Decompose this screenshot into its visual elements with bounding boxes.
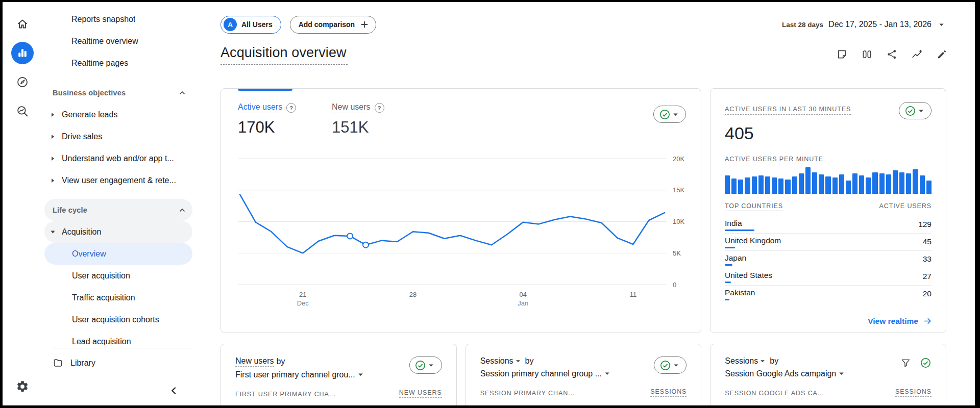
country-name: United Kingdom [725,236,781,245]
sidebar-item-library[interactable]: Library [44,352,192,374]
analytics-app-window: Reports snapshot Realtime overview Realt… [3,2,975,405]
sidebar-item-drive-sales[interactable]: Drive sales [44,125,192,147]
settings-button[interactable] [11,375,34,398]
explore-nav-button[interactable] [11,71,34,93]
insights-icon [911,48,923,60]
insights-button[interactable] [911,48,923,60]
advertising-nav-button[interactable] [11,100,34,122]
report-card-title-block[interactable]: Sessions by Session primary channel grou… [480,356,612,378]
metric-tab-active-users[interactable]: Active users 170K [238,103,332,137]
chart-status-dropdown[interactable] [653,106,686,123]
dimension-label: Session primary channel group ... [480,369,602,378]
metric-tab-new-users[interactable]: New users 151K [332,103,426,137]
per-minute-bar [738,180,743,194]
sidebar-item-overview[interactable]: Overview [44,243,192,265]
expand-arrow-icon [51,230,56,234]
per-minute-bar [920,175,925,194]
sidebar-item-label: Realtime overview [71,37,138,46]
sidebar-item-lead-acquisition[interactable]: Lead acquisition [44,330,192,345]
sidebar-item-label: User acquisition cohorts [72,315,159,324]
country-name: Japan [725,253,746,263]
home-icon [16,17,29,31]
sidebar-item-user-acquisition-cohorts[interactable]: User acquisition cohorts [44,309,192,330]
share-button[interactable] [886,48,898,60]
collapse-sidebar-button[interactable] [165,382,182,399]
sidebar-item-user-acquisition[interactable]: User acquisition [44,265,192,287]
country-cell: India [725,219,754,231]
dimension-dropdown[interactable]: Session primary channel group ... [480,369,612,378]
sidebar-item-view-user-engagement-rete[interactable]: View user engagement & rete... [44,169,192,191]
sidebar-section-label: Life cycle [53,206,87,214]
report-card-title-block[interactable]: Sessions by Session Google Ads campaign [725,356,846,378]
sidebar-item-life-cycle[interactable]: Life cycle [44,199,192,221]
realtime-status-dropdown[interactable] [899,102,932,119]
sidebar-item-label: Drive sales [62,132,102,141]
page-header: Acquisition overview [220,45,948,65]
report-card-title-block[interactable]: New users by First user primary channel … [235,356,365,379]
card-metric-label[interactable]: New users [235,356,274,367]
per-minute-bar [913,169,918,194]
dropdown-caret-icon [837,369,846,378]
sidebar-item-acquisition[interactable]: Acquisition [44,221,192,243]
country-name: Pakistan [725,288,755,297]
realtime-title: ACTIVE USERS IN LAST 30 MINUTES [725,106,851,115]
per-minute-bar [725,175,730,194]
by-label: by [525,356,534,366]
add-comparison-chip[interactable]: Add comparison [290,16,376,34]
per-minute-bar [799,173,804,194]
reports-nav-button[interactable] [11,42,34,64]
filter-button[interactable] [899,356,912,369]
sidebar-item-business-objectives[interactable]: Business objectives [44,82,192,104]
filter-funnel-icon [900,358,911,368]
dropdown-caret-icon [916,106,926,116]
folder-icon [53,358,63,368]
all-users-chip[interactable]: A All Users [220,16,281,34]
help-icon[interactable] [375,103,384,113]
per-minute-bar [778,178,783,194]
note-icon [836,48,848,60]
country-row: India 129 [725,216,932,234]
country-cell: Pakistan [725,288,755,300]
sidebar-item-realtime-overview[interactable]: Realtime overview [44,30,192,52]
share-icon [886,48,898,60]
sidebar-item-understand-web-and-or-app-t[interactable]: Understand web and/or app t... [44,147,192,169]
country-share-bar [725,230,754,231]
active-chart-tab-indicator [238,89,292,91]
explore-icon [16,75,29,89]
dimension-dropdown[interactable]: First user primary channel grou... [235,370,365,379]
edit-button[interactable] [936,48,948,60]
dimension-label: Session Google Ads campaign [725,369,836,378]
card-metric-label[interactable]: Sessions [480,356,513,366]
active-users-line-chart[interactable]: 05K10K15K20K21Dec2804Jan11 [238,156,686,309]
view-realtime-link[interactable]: View realtime [868,316,933,326]
sidebar-item-label: View user engagement & rete... [62,176,176,185]
card-metric-label[interactable]: Sessions [725,356,758,366]
sidebar-item-reports-snapshot[interactable]: Reports snapshot [44,8,192,30]
home-nav-button[interactable] [11,13,34,35]
sidebar-item-traffic-acquisition[interactable]: Traffic acquisition [44,287,192,309]
per-minute-bar [866,177,871,194]
advertising-icon [16,105,29,118]
view-realtime-label: View realtime [868,317,918,326]
active-users-per-minute-chart[interactable] [725,167,932,194]
per-minute-bar [731,178,737,194]
realtime-card: ACTIVE USERS IN LAST 30 MINUTES 405 ACTI… [710,88,946,333]
dimension-label: First user primary channel grou... [235,370,355,379]
top-countries-header: TOP COUNTRIES [725,202,783,211]
sidebar-item-realtime-pages[interactable]: Realtime pages [44,52,192,74]
card-status-dropdown[interactable] [654,356,687,374]
add-note-button[interactable] [836,48,848,60]
country-share-bar [725,264,732,266]
date-range-picker[interactable]: Last 28 days Dec 17, 2025 - Jan 13, 2026 [782,20,946,30]
comparison-button[interactable] [861,48,873,60]
dimension-dropdown[interactable]: Session Google Ads campaign [725,369,846,378]
reports-icon [16,46,29,60]
svg-text:28: 28 [409,291,416,298]
sidebar-item-label: Traffic acquisition [72,293,135,302]
card-status-button[interactable] [919,356,932,369]
card-status-dropdown[interactable] [409,356,442,374]
help-icon[interactable] [286,103,296,113]
metric-tabs: Active users 170K New users 151K [238,103,426,137]
cards-area: Active users 170K New users 151K [220,88,946,405]
sidebar-item-generate-leads[interactable]: Generate leads [44,104,192,125]
